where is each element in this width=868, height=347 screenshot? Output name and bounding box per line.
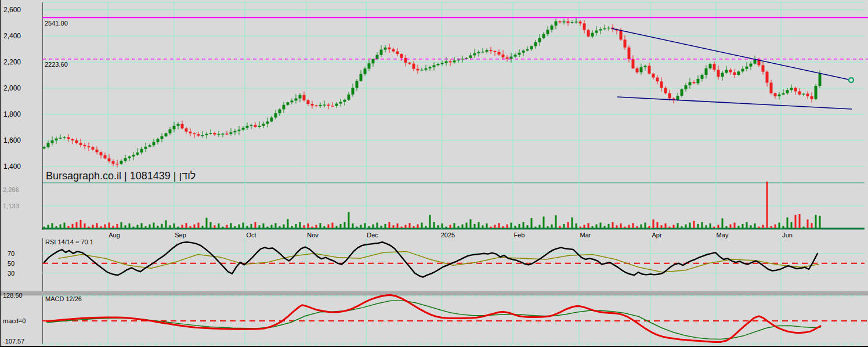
- candle-body: [624, 39, 627, 48]
- volume-bar: [324, 226, 326, 228]
- candle-body: [798, 91, 801, 94]
- candle-body: [591, 33, 594, 37]
- candle-body: [104, 155, 107, 158]
- volume-bar: [226, 225, 228, 228]
- candle-body: [693, 82, 696, 84]
- candle-body: [388, 48, 391, 49]
- candle-body: [307, 100, 310, 104]
- volume-bar: [474, 224, 476, 228]
- volume-bar: [421, 223, 423, 228]
- volume-bar: [592, 226, 594, 228]
- candle-body: [47, 143, 50, 147]
- candle-body: [79, 143, 82, 145]
- candle-body: [120, 161, 123, 164]
- candle-body: [668, 93, 671, 99]
- candle-body: [733, 73, 736, 75]
- volume-bar: [572, 218, 573, 228]
- candle-body: [356, 81, 359, 88]
- price-tick-label: 2,400: [3, 32, 21, 40]
- price-level-lines[interactable]: [42, 17, 868, 59]
- volume-bar: [125, 225, 126, 228]
- volume-bar: [76, 222, 78, 228]
- candle-body: [201, 135, 204, 136]
- candle-body: [486, 50, 489, 52]
- volume-bar: [547, 226, 549, 228]
- candle-body: [392, 49, 395, 52]
- candle-body: [185, 128, 188, 131]
- volume-bar: [466, 223, 468, 228]
- candle-body: [149, 145, 151, 146]
- candle-body: [254, 125, 257, 126]
- volume-bar: [60, 225, 62, 228]
- volume-bar: [730, 225, 732, 228]
- candle-body: [71, 139, 74, 140]
- candle-body: [632, 59, 635, 68]
- volume-bar: [795, 215, 797, 228]
- volume-bar: [121, 222, 122, 228]
- volume-bar: [482, 225, 484, 228]
- volume-bar: [222, 227, 224, 228]
- month-label: Feb: [514, 232, 525, 238]
- candle-body: [713, 64, 716, 70]
- volume-bar: [92, 225, 94, 228]
- dashed-level-label: 2223.60: [45, 61, 68, 68]
- candle-body: [717, 70, 720, 77]
- price-tick-label: 2,200: [3, 58, 21, 66]
- candle-body: [108, 158, 111, 161]
- price-tick-label: 1,800: [3, 110, 21, 118]
- volume-bar: [263, 223, 265, 228]
- volume-bar: [113, 226, 114, 228]
- volume-bar: [308, 223, 309, 228]
- volume-bar: [360, 225, 362, 228]
- volume-bar: [283, 225, 285, 228]
- candle-body: [214, 133, 216, 134]
- volume-bar: [669, 227, 671, 228]
- candle-body: [173, 126, 176, 129]
- price-chart-canvas[interactable]: 2,6002,4002,2002,0001,8001,6001,4002,266…: [1, 0, 868, 347]
- volume-bar: [588, 223, 589, 228]
- volume-bar: [80, 220, 82, 228]
- volume-bar: [478, 222, 480, 228]
- candle-body: [291, 100, 294, 102]
- candle-body: [538, 38, 541, 42]
- candle-body: [380, 50, 383, 55]
- candle-body: [457, 60, 460, 61]
- candle-body: [360, 74, 363, 81]
- volume-bar: [706, 225, 707, 228]
- candle-body: [226, 133, 229, 134]
- candle-body: [96, 150, 99, 153]
- volume-bar: [377, 223, 378, 228]
- candle-body: [555, 21, 558, 26]
- volume-bar: [409, 223, 411, 228]
- volume-bar: [255, 222, 256, 228]
- candle-body: [266, 121, 269, 124]
- trendline-end-marker[interactable]: [849, 78, 853, 82]
- candle-body: [75, 140, 78, 143]
- candle-body: [677, 96, 679, 100]
- macd-panel: [1, 291, 868, 344]
- volume-bar: [726, 226, 728, 228]
- volume-bar: [381, 226, 382, 228]
- volume-bar: [783, 226, 784, 228]
- volume-bar: [677, 223, 679, 228]
- volume-bar: [775, 225, 776, 228]
- candle-body: [762, 65, 765, 71]
- macd-zero-label: macd=0: [3, 317, 26, 324]
- candle-body: [482, 52, 484, 52]
- candle-body: [157, 139, 160, 142]
- candle-body: [721, 73, 724, 77]
- volume-series: [44, 182, 821, 228]
- volume-bar: [645, 223, 646, 228]
- volume-bar: [332, 223, 334, 228]
- volume-bar: [157, 226, 159, 228]
- candle-body: [571, 22, 574, 23]
- volume-bar: [787, 218, 789, 228]
- candle-body: [746, 67, 748, 69]
- volume-bar: [511, 223, 512, 228]
- volume-bar: [636, 226, 638, 228]
- candle-body: [408, 63, 411, 64]
- volume-bar: [494, 225, 496, 228]
- volume-bar: [779, 223, 780, 228]
- candlestick-series[interactable]: [43, 17, 822, 168]
- volume-bar: [108, 223, 110, 228]
